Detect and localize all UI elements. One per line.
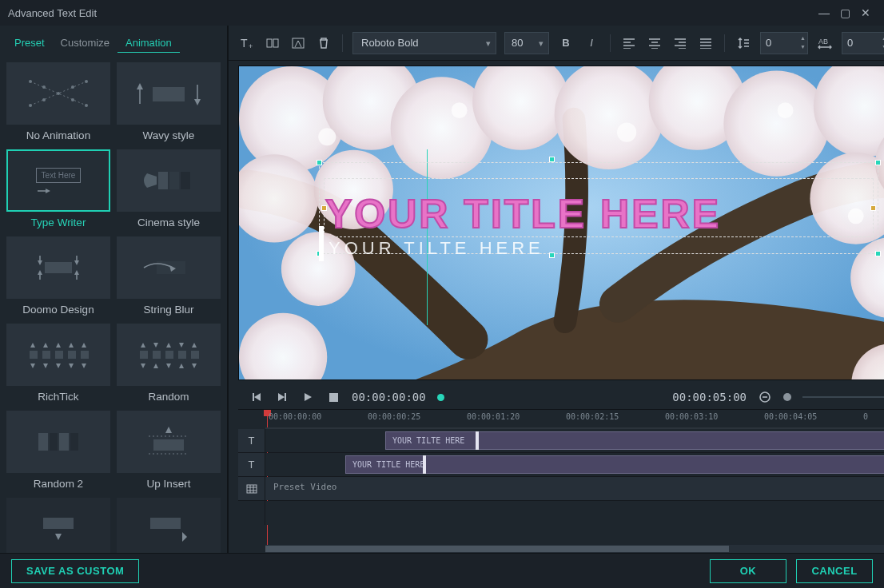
track-lane[interactable]: YOUR TITLE HERE: [265, 453, 884, 476]
title-text-secondary[interactable]: YOUR TILTE HERE: [329, 238, 544, 259]
tab-animation[interactable]: Animation: [117, 34, 180, 53]
preset-string-blur[interactable]: String Blur: [117, 236, 221, 316]
cancel-button[interactable]: CANCEL: [796, 559, 873, 583]
stepper-icon[interactable]: ▲▼: [800, 34, 806, 50]
char-spacing-input[interactable]: 0 ▲▼: [842, 32, 884, 54]
prev-frame-icon[interactable]: [249, 390, 264, 404]
preset-label: RichTick: [38, 391, 78, 403]
svg-marker-26: [43, 343, 48, 348]
zoom-slider-track[interactable]: [802, 396, 884, 398]
svg-marker-41: [166, 343, 171, 348]
svg-rect-30: [30, 351, 38, 359]
footer: SAVE AS CUSTOM OK CANCEL: [0, 553, 884, 588]
next-frame-icon[interactable]: [275, 390, 289, 404]
titlebar: Advanced Text Edit — ▢ ✕: [0, 0, 884, 26]
italic-button[interactable]: I: [583, 34, 600, 52]
preset-item[interactable]: [117, 498, 221, 553]
preset-cinema-style[interactable]: Cinema style: [117, 149, 221, 228]
ruler-tick: 00:00:02:15: [566, 412, 619, 421]
in-point-marker[interactable]: [437, 394, 444, 401]
preset-no-animation[interactable]: No Animation: [6, 62, 110, 141]
svg-rect-71: [293, 38, 304, 48]
preview-canvas[interactable]: YOUR TITLE HERE YOUR TILTE HERE: [238, 66, 884, 380]
save-as-custom-button[interactable]: SAVE AS CUSTOM: [11, 559, 139, 583]
timeline-ruler[interactable]: 00:00:00:00 00:00:00:25 00:00:01:20 00:0…: [265, 410, 884, 429]
align-center-icon[interactable]: [646, 34, 663, 52]
close-icon[interactable]: ✕: [855, 6, 876, 19]
play-icon[interactable]: [301, 390, 315, 404]
svg-marker-35: [30, 364, 35, 368]
svg-point-7: [42, 85, 46, 89]
stop-icon[interactable]: [326, 390, 340, 404]
add-text-icon[interactable]: T+: [238, 34, 256, 52]
tab-customize[interactable]: Customize: [53, 34, 117, 53]
preset-item[interactable]: [6, 498, 110, 553]
bold-button[interactable]: B: [557, 34, 575, 52]
svg-marker-14: [46, 189, 50, 193]
track-lane[interactable]: YOUR TILTE HERE: [265, 429, 884, 452]
svg-rect-11: [153, 87, 185, 101]
preset-random-2[interactable]: Random 2: [6, 411, 110, 490]
svg-rect-17: [181, 172, 190, 189]
track-lane[interactable]: Preset Video: [265, 477, 884, 500]
svg-marker-44: [179, 343, 184, 348]
svg-marker-66: [182, 532, 187, 542]
zoom-slider-handle[interactable]: [783, 393, 791, 401]
line-spacing-icon[interactable]: [735, 34, 752, 52]
delete-icon[interactable]: [315, 34, 332, 52]
zoom-out-icon[interactable]: [758, 390, 772, 404]
scrollbar-thumb[interactable]: [265, 546, 729, 552]
preset-doomo-design[interactable]: Doomo Design: [6, 236, 110, 316]
clip-end-handle[interactable]: [476, 431, 479, 450]
timeline-scrollbar[interactable]: [265, 545, 884, 553]
title-text-primary[interactable]: YOUR TITLE HERE: [325, 191, 870, 237]
svg-marker-13: [194, 99, 201, 105]
svg-point-2: [29, 80, 32, 83]
font-size-select[interactable]: 80 ▾: [504, 32, 549, 54]
preset-up-insert[interactable]: Up Insert: [117, 411, 221, 490]
svg-rect-98: [247, 485, 257, 493]
svg-marker-43: [153, 343, 158, 348]
preset-label: Doomo Design: [22, 304, 94, 316]
preset-random[interactable]: Random: [117, 324, 221, 403]
preset-label: Wavy style: [143, 129, 195, 141]
text-box-icon[interactable]: [289, 34, 307, 52]
text-caret: [319, 226, 324, 261]
align-left-icon[interactable]: [620, 34, 638, 52]
clip-2[interactable]: YOUR TITLE HERE: [345, 455, 884, 474]
clip-1[interactable]: YOUR TILTE HERE: [385, 431, 884, 450]
svg-marker-52: [192, 364, 197, 368]
preset-label: Random: [148, 391, 189, 403]
timeline: 00:00:00:00 00:00:00:25 00:00:01:20 00:0…: [238, 409, 884, 553]
preset-list[interactable]: No Animation Wavy style Text Here: [0, 58, 227, 553]
preset-richtick[interactable]: RichTick: [6, 324, 110, 403]
align-right-icon[interactable]: [671, 34, 689, 52]
minimize-icon[interactable]: —: [814, 6, 834, 19]
svg-marker-42: [192, 343, 197, 348]
align-justify-icon[interactable]: [697, 34, 715, 52]
svg-text:AB: AB: [818, 38, 828, 46]
svg-rect-34: [81, 351, 89, 359]
preset-label: No Animation: [26, 129, 90, 141]
line-spacing-input[interactable]: 0 ▲▼: [760, 32, 808, 54]
char-spacing-icon[interactable]: AB: [816, 34, 834, 52]
font-value: Roboto Bold: [361, 37, 419, 49]
ok-button[interactable]: OK: [710, 559, 786, 583]
clip-label: YOUR TITLE HERE: [352, 460, 424, 469]
font-select[interactable]: Roboto Bold ▾: [352, 32, 496, 54]
text-track-icon: T: [238, 453, 265, 476]
text-toolbar: T+ Roboto Bold ▾ 80 ▾ B I 0: [229, 26, 884, 61]
preset-wavy-style[interactable]: Wavy style: [117, 62, 221, 141]
svg-marker-59: [165, 427, 172, 433]
svg-rect-95: [329, 393, 338, 402]
svg-text:T: T: [241, 37, 248, 50]
maximize-icon[interactable]: ▢: [834, 6, 855, 19]
edit-text-icon[interactable]: [264, 34, 281, 52]
tab-preset[interactable]: Preset: [6, 34, 53, 53]
ruler-tick: 00:00:03:10: [665, 412, 718, 421]
svg-marker-25: [30, 343, 35, 348]
preset-type-writer[interactable]: Text Here Type Writer: [6, 149, 110, 228]
svg-marker-51: [166, 364, 171, 368]
preset-label: Up Insert: [147, 478, 191, 490]
clip-end-handle[interactable]: [423, 455, 426, 474]
